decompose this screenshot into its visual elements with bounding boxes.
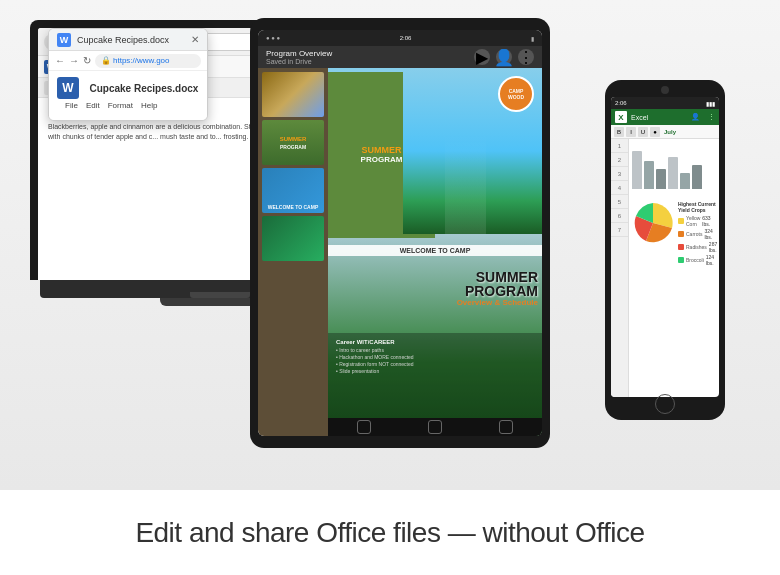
tablet-status-bar: ● ● ● 2:06 ▮ [258,30,542,46]
nav-back-btn[interactable] [357,420,371,434]
program-text: PROGRAM [361,155,403,164]
row-7: 7 [611,223,628,237]
crop-color-2 [678,231,684,237]
phone-format-bar: B I U ● July [611,125,719,139]
row-6: 6 [611,209,628,223]
popup-menu-file[interactable]: File [65,101,78,110]
sheet-row-labels: 1 2 3 4 5 6 7 [611,139,629,397]
tab-nav-bar: ← → ↻ 🔒 https://www.goo [49,51,207,71]
crop-row-2: Carrots 324 lbs. [678,228,717,240]
tablet-title-bar: Program Overview Saved in Drive ▶ 👤 ⋮ [258,46,542,68]
tablet-content: SUMMER PROGRAM WELCOME TO CAMP [258,68,542,436]
home-button[interactable] [655,394,675,414]
excel-person-icon[interactable]: 👤 [691,113,700,121]
phone-tool-1[interactable]: B [614,127,624,137]
excel-title: Excel [631,114,687,121]
tablet-time: 2:06 [400,35,412,41]
bar-2 [644,161,654,189]
bar-1 [632,151,642,189]
bar-6 [692,165,702,189]
tablet-nav-bar [328,418,542,436]
bar-4 [668,157,678,189]
phone-time: 2:06 [615,100,627,106]
nav-recent-btn[interactable] [499,420,513,434]
tab-close-button[interactable]: ✕ [191,34,199,45]
thumb-4[interactable] [262,216,324,261]
crop-legend: Highest Current Yield Crops Yellow Corn … [678,201,717,266]
excel-toolbar: X Excel 👤 ⋮ [611,109,719,125]
crop-row-1: Yellow Corn 633 lbs. [678,215,717,227]
nav-home-btn[interactable] [428,420,442,434]
crop-name-1: Yellow Corn [686,215,700,227]
popup-menu-edit[interactable]: Edit [86,101,100,110]
thumb-2[interactable]: SUMMER PROGRAM [262,120,324,165]
tablet-battery-icon: ▮ [531,35,534,42]
tab-lock-icon: 🔒 [101,56,111,65]
phone-sheet-content: 1 2 3 4 5 6 7 [611,139,719,397]
excel-icon: X [615,111,627,123]
crop-row-3: Radishes 287 lbs. [678,241,717,253]
crop-color-1 [678,218,684,224]
excel-more-icon[interactable]: ⋮ [708,113,715,121]
sp-program-text: PROGRAM [457,284,538,298]
word-icon-large: W [57,77,79,99]
crop-value-3: 287 lbs. [709,241,717,253]
word-tab-icon: W [57,33,71,47]
tablet-doc-title: Program Overview [266,49,332,58]
crop-name-3: Radishes [686,244,707,250]
tab-bar: W Cupcake Recipes.docx ✕ [49,29,207,51]
tablet-wifi-icon: ● ● ● [266,35,280,41]
july-label: July [664,129,676,135]
summer-program-title: SUMMER PROGRAM Overview & Schedule [457,270,538,307]
crop-color-4 [678,257,684,263]
tab-url-bar[interactable]: 🔒 https://www.goo [95,54,201,68]
crop-name-2: Carrots [686,231,702,237]
thumb-1[interactable] [262,72,324,117]
tab-title: Cupcake Recipes.docx [77,35,185,45]
phone-tool-2[interactable]: I [626,127,636,137]
bar-chart [629,139,719,189]
phone-camera [661,86,669,94]
pie-chart [631,201,675,249]
crop-name-4: Broccoli [686,257,704,263]
crop-value-1: 633 lbs. [702,215,717,227]
tablet-more-icon[interactable]: ⋮ [518,49,534,65]
crop-value-4: 124 lbs. [706,254,717,266]
tab-url-text: https://www.goo [113,56,169,65]
tablet-device: ● ● ● 2:06 ▮ Program Overview Saved in D… [250,18,570,458]
bar-3 [656,169,666,189]
row-1: 1 [611,139,628,153]
tagline-text: Edit and share Office files — without Of… [135,517,644,549]
tablet-doc-subtitle: Saved in Drive [266,58,332,65]
tablet-person-icon[interactable]: 👤 [496,49,512,65]
thumb-program-label: PROGRAM [280,144,306,150]
doc-name-label: Cupcake Recipes.docx [89,83,198,94]
phone-tool-4[interactable]: ● [650,127,660,137]
thumb-summer-label: SUMMER [280,136,307,142]
doc-header-popup: W Cupcake Recipes.docx File Edit Format … [49,71,207,120]
tab-refresh-button[interactable]: ↻ [83,55,91,66]
row-3: 3 [611,167,628,181]
thumb-3[interactable]: WELCOME TO CAMP [262,168,324,213]
tablet-main-area: SUMMER PROGRAM CAMPWOOD [328,68,542,436]
popup-menu-help[interactable]: Help [141,101,157,110]
popup-menu-format[interactable]: Format [108,101,133,110]
phone-tool-3[interactable]: U [638,127,648,137]
tab-forward-button[interactable]: → [69,55,79,66]
tablet-play-icon[interactable]: ▶ [474,49,490,65]
crop-row-4: Broccoli 124 lbs. [678,254,717,266]
tablet-sidebar: SUMMER PROGRAM WELCOME TO CAMP [258,68,328,436]
doc-menu-popup: File Edit Format Help [57,99,199,114]
tab-back-button[interactable]: ← [55,55,65,66]
bar-5 [680,173,690,189]
phone-home-bar [611,397,719,411]
crop-value-2: 324 lbs. [704,228,717,240]
row-2: 2 [611,153,628,167]
chart-title: Highest Current Yield Crops [678,201,717,213]
summer-text: SUMMER [362,145,402,155]
chrome-tab-popup: W Cupcake Recipes.docx ✕ ← → ↻ 🔒 https:/… [48,28,208,121]
main-scene: ← → ↻ 🔒 https://www.goo Share W File [0,0,780,490]
welcome-text: WELCOME TO CAMP [400,247,471,254]
sheet-main-area: Highest Current Yield Crops Yellow Corn … [629,139,719,397]
phone-screen: 2:06 ▮▮▮ X Excel 👤 ⋮ B I U ● July [611,97,719,397]
